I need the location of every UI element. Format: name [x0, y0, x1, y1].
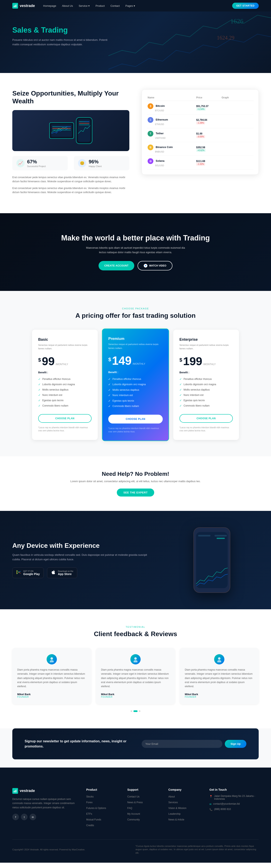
footer-link[interactable]: Credits — [86, 824, 94, 827]
benefit-item: ✓Penaltius efficitur rhoncus — [38, 376, 91, 382]
footer-link[interactable]: FAQ — [127, 807, 132, 810]
svg-rect-5 — [215, 535, 227, 536]
svg-rect-15 — [16, 790, 17, 792]
reviewer-role: FOUNDER — [101, 696, 170, 698]
play-icon: ▶ — [144, 264, 147, 268]
check-icon: ✓ — [38, 404, 40, 407]
plan-name: Basic — [38, 337, 91, 342]
newsletter-email-input[interactable] — [142, 740, 222, 748]
testimonial-card-1: Diam porta pharetra magna maecenas conva… — [12, 648, 91, 704]
app-store-name: App Store — [58, 572, 73, 576]
app-store-button[interactable]: Download on the App Store — [47, 567, 77, 578]
footer: vestrade Dictumst natoque cursus nullam … — [0, 768, 271, 863]
nav-service[interactable]: Service — [79, 4, 90, 7]
list-item: Forex — [86, 800, 119, 804]
benefit-list: ✓Penaltius efficitur rhoncus✓Lobortis di… — [180, 376, 233, 408]
check-icon: ✓ — [108, 383, 111, 386]
facebook-icon[interactable]: f — [12, 814, 19, 820]
app-content: Any Device with Experience Quam faucibus… — [12, 542, 153, 578]
footer-link[interactable]: News & Article — [168, 818, 184, 821]
check-icon: ✓ — [38, 394, 40, 397]
plan-note: *Lacus nay eu pharetra interdum blandit … — [180, 426, 233, 432]
watch-video-button[interactable]: ▶ WATCH VIDEO — [138, 261, 172, 270]
coin-price: $111.68 — [196, 160, 205, 162]
device-screen-1 — [51, 124, 72, 137]
list-item: FAQ — [127, 806, 160, 810]
dot-1[interactable] — [131, 710, 132, 712]
coin-name-cell: ₿ Bitcoin BTC/USD — [147, 101, 195, 115]
footer-link[interactable]: Contact Us — [127, 795, 139, 798]
get-started-button[interactable]: GET STARTED — [232, 3, 259, 9]
footer-link[interactable]: Stocks — [86, 795, 93, 798]
app-phone-mockup — [165, 527, 259, 593]
footer-link[interactable]: Services — [168, 801, 178, 804]
coin-graph-cell — [221, 128, 253, 142]
dot-2[interactable] — [133, 710, 138, 712]
review-text: Diam porta pharetra magna maecenas conva… — [185, 668, 254, 689]
footer-link[interactable]: Futures & Options — [86, 807, 106, 810]
footer-link[interactable]: Mutual Funds — [86, 818, 101, 821]
linkedin-icon[interactable]: in — [30, 814, 36, 820]
newsletter-signup-button[interactable]: Sign Up — [225, 740, 246, 748]
google-play-button[interactable]: GET IT ON Google Play — [12, 567, 44, 578]
footer-disclaimer: *Cursus ligula luctus lobortis consectet… — [135, 844, 259, 855]
choose-plan-button[interactable]: CHOOSE PLAN — [38, 414, 91, 423]
footer-link[interactable]: Community — [127, 818, 140, 821]
coin-name: Solana — [156, 159, 164, 162]
seize-section: Seize Opportunities, Multiply Your Wealt… — [0, 73, 271, 213]
footer-link[interactable]: ETFs — [86, 812, 92, 815]
list-item: News & Article — [168, 817, 201, 821]
stat-icon-projects: 📈 — [17, 159, 25, 167]
list-item: Mutual Funds — [86, 817, 119, 821]
footer-link[interactable]: News & Press — [127, 801, 143, 804]
price-period: /MONTHLY — [132, 363, 145, 365]
logo[interactable]: vestrade — [12, 3, 35, 9]
coin-change: -1.32% — [196, 162, 205, 166]
check-icon: ✓ — [180, 399, 182, 402]
benefit-item: ✓Mollis senectus dapibus — [108, 387, 163, 393]
hero-title: Sales & Trading — [12, 26, 115, 34]
reviewer-role: FOUNDER — [17, 696, 86, 698]
benefit-list: ✓Penaltius efficitur rhoncus✓Lobortis di… — [38, 376, 91, 408]
pricing-card-basic: Basic Senectus neque et parturient netiv… — [32, 330, 98, 440]
coin-mini-chart — [221, 145, 238, 152]
nav-pages[interactable]: Pages — [126, 4, 135, 7]
footer-link[interactable]: Vision & Mission — [168, 807, 186, 810]
see-expert-button[interactable]: SEE THE EXPERT — [117, 489, 154, 497]
footer-link[interactable]: About — [168, 795, 175, 798]
footer-link[interactable]: Leadership — [168, 812, 181, 815]
testimonial-cards: Diam porta pharetra magna maecenas conva… — [12, 648, 259, 704]
benefit-item: ✓Lobortis dignissim orci magna — [108, 381, 163, 387]
benefit-item: ✓Nunc interdum est — [108, 392, 163, 398]
phone-screen — [196, 532, 228, 588]
list-item: Credits — [86, 823, 119, 827]
check-icon: ✓ — [180, 394, 182, 397]
nav-product[interactable]: Product — [96, 4, 105, 7]
stat-projects: 📈 67% Successful Project — [12, 156, 68, 170]
reviewer-name: Mikel Bark — [185, 693, 254, 696]
coin-icon-tether: T — [147, 131, 153, 136]
testimonial-dots — [12, 710, 259, 712]
choose-plan-button[interactable]: CHOOSE PLAN — [180, 414, 233, 423]
coin-icon-solana: ◎ — [147, 158, 153, 164]
newsletter-wrapper: Signup our newsletter to get update info… — [0, 728, 271, 768]
footer-link[interactable]: My Account — [127, 812, 140, 815]
seize-heading: Seize Opportunities, Multiply Your Wealt… — [12, 89, 129, 105]
table-row: T Tether USDT/USD $1.00 -0.00% — [147, 128, 253, 142]
footer-link[interactable]: Forex — [86, 801, 92, 804]
coin-symbol: ETH/USD — [155, 123, 164, 125]
benefit-item: ✓Penaltius efficitur rhoncus — [108, 376, 163, 382]
col-header-name: Name — [147, 94, 195, 101]
logo-icon — [12, 3, 18, 9]
nav-homepage[interactable]: Homepage — [43, 4, 56, 7]
nav-contact[interactable]: Contact — [110, 4, 120, 7]
twitter-icon[interactable]: t — [21, 814, 28, 820]
dot-3[interactable] — [139, 710, 140, 712]
coin-symbol: BTC/USD — [155, 110, 164, 112]
svg-point-12 — [217, 660, 221, 662]
create-account-button[interactable]: CREATE ACCOUNT — [99, 261, 134, 270]
nav-about[interactable]: About Us — [62, 4, 73, 7]
footer-description: Dictumst natoque cursus nullam quisque p… — [12, 797, 78, 810]
choose-plan-button[interactable]: CHOOSE PLAN — [108, 415, 163, 424]
check-icon: ✓ — [108, 399, 111, 402]
